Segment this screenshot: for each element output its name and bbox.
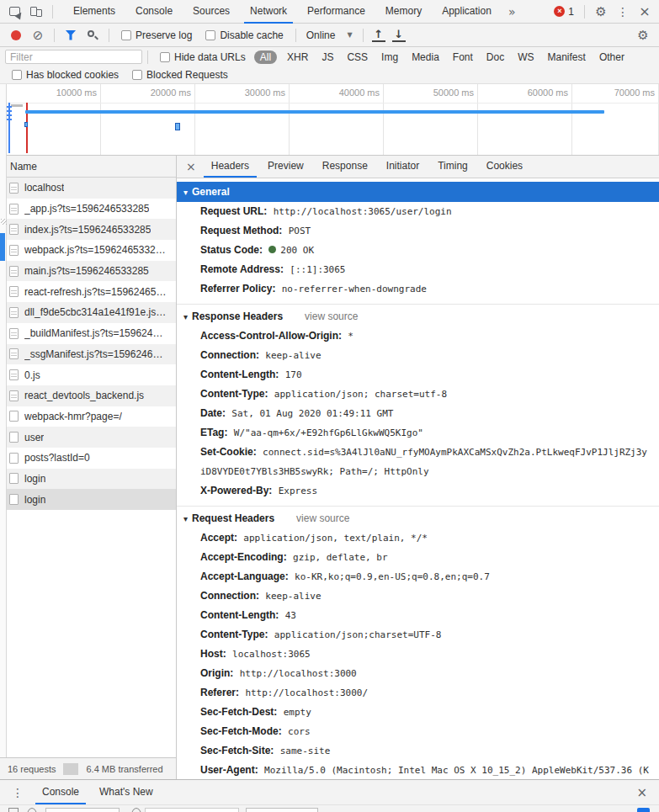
more-tabs-icon[interactable]: » — [502, 5, 523, 19]
timeline-tick-label: 50000 ms — [433, 88, 474, 98]
filter-pill-ws[interactable]: WS — [512, 50, 539, 64]
has-blocked-cookies-checkbox[interactable]: Has blocked cookies — [12, 69, 119, 81]
inspect-element-icon[interactable] — [3, 1, 25, 23]
tab-application[interactable]: Application — [436, 0, 497, 24]
hide-data-urls-checkbox[interactable]: Hide data URLs — [160, 51, 246, 63]
more-options-icon[interactable]: ⋮ — [612, 1, 634, 23]
tab-response[interactable]: Response — [315, 156, 375, 178]
section-header-request-headers[interactable]: ▾Request Headersview source — [177, 508, 659, 528]
tab-headers[interactable]: Headers — [204, 156, 257, 178]
tab-elements[interactable]: Elements — [67, 0, 121, 24]
table-row[interactable]: posts?lastId=0 — [0, 448, 176, 469]
disable-cache-checkbox[interactable]: Disable cache — [205, 29, 283, 41]
network-settings-gear-icon[interactable]: ⚙ — [632, 24, 654, 46]
filter-pill-all[interactable]: All — [254, 50, 277, 64]
filter-pill-css[interactable]: CSS — [341, 50, 374, 64]
tab-timing[interactable]: Timing — [430, 156, 476, 178]
table-row[interactable]: localhost — [0, 178, 176, 199]
log-level-select-partial[interactable] — [246, 808, 318, 812]
header-value: keep-alive — [265, 350, 321, 361]
eye-icon-partial[interactable] — [131, 808, 141, 812]
file-icon — [9, 307, 19, 318]
drawer-tab-what-s-new[interactable]: What's New — [93, 780, 160, 804]
tab-network[interactable]: Network — [244, 0, 293, 24]
table-row[interactable]: _ssgManifest.js?ts=1596246… — [0, 344, 176, 365]
request-name: index.js?ts=1596246533285 — [24, 224, 151, 236]
file-icon — [9, 204, 19, 215]
table-row[interactable]: main.js?ts=1596246533285 — [0, 261, 176, 282]
hide-data-urls-label: Hide data URLs — [174, 51, 246, 63]
header-line: ETag: W/"aa-qm+6x/+E92hfGp6LlGkwWQ5KIgo" — [177, 423, 659, 443]
close-devtools-icon[interactable]: × — [634, 1, 656, 23]
preserve-log-checkbox[interactable]: Preserve log — [121, 29, 192, 41]
preserve-log-label: Preserve log — [136, 29, 192, 41]
device-toolbar-icon[interactable] — [25, 1, 47, 23]
drawer-tab-console[interactable]: Console — [35, 780, 86, 804]
table-row[interactable]: react_devtools_backend.js — [0, 385, 176, 406]
close-drawer-icon[interactable]: × — [628, 780, 656, 804]
resize-handle-icon[interactable] — [1, 219, 7, 225]
filter-pill-js[interactable]: JS — [316, 50, 339, 64]
error-badge-icon: × — [554, 6, 565, 17]
tab-console[interactable]: Console — [130, 0, 178, 24]
overview-request-mark — [6, 114, 12, 116]
filter-input[interactable] — [5, 50, 142, 64]
table-row[interactable]: webpack.js?ts=15962465332… — [0, 240, 176, 261]
request-name: react_devtools_backend.js — [24, 390, 144, 401]
table-row[interactable]: react-refresh.js?ts=15962465… — [0, 281, 176, 302]
filter-pill-manifest[interactable]: Manifest — [542, 50, 592, 64]
settings-gear-icon[interactable]: ⚙ — [590, 1, 612, 23]
throttling-select[interactable]: Online ▼ — [301, 29, 358, 41]
filter-pill-font[interactable]: Font — [447, 50, 479, 64]
tab-memory[interactable]: Memory — [380, 0, 428, 24]
table-row[interactable]: _app.js?ts=1596246533285 — [0, 199, 176, 220]
header-key: Origin: — [200, 667, 233, 679]
view-source-link[interactable]: view source — [296, 512, 349, 524]
filter-pill-media[interactable]: Media — [406, 50, 445, 64]
table-row[interactable]: 0.js — [0, 364, 176, 385]
network-overview-timeline[interactable]: 10000 ms20000 ms30000 ms40000 ms50000 ms… — [0, 84, 659, 156]
blocked-requests-checkbox[interactable]: Blocked Requests — [132, 69, 228, 81]
console-filter-input-partial[interactable] — [145, 808, 239, 812]
table-row[interactable]: user — [0, 427, 176, 448]
section-header-response-headers[interactable]: ▾Response Headersview source — [177, 306, 659, 326]
close-details-icon[interactable]: × — [180, 156, 202, 178]
filter-funnel-icon[interactable] — [60, 24, 82, 46]
tab-sources[interactable]: Sources — [187, 0, 236, 24]
table-row[interactable]: _buildManifest.js?ts=159624… — [0, 323, 176, 344]
table-row[interactable]: webpack-hmr?page=/ — [0, 406, 176, 427]
header-line: Sec-Fetch-Dest: empty — [177, 703, 659, 722]
table-row[interactable]: login — [0, 489, 176, 510]
view-source-link[interactable]: view source — [305, 310, 358, 322]
request-name: _app.js?ts=1596246533285 — [24, 203, 149, 215]
console-icon-partial[interactable] — [8, 808, 19, 812]
filter-pill-other[interactable]: Other — [593, 50, 630, 64]
record-network-log-icon[interactable] — [5, 24, 27, 46]
scroll-indicator[interactable] — [0, 233, 5, 261]
search-icon[interactable] — [82, 24, 104, 46]
request-icon — [9, 432, 19, 443]
import-har-icon[interactable]: ↑ — [372, 29, 385, 42]
tab-preview[interactable]: Preview — [260, 156, 311, 178]
table-row[interactable]: dll_f9de5cbc314a1e41f91e.js… — [0, 302, 176, 323]
clear-network-log-icon[interactable]: ⊘ — [27, 24, 49, 46]
drawer-menu-icon[interactable]: ⋮ — [3, 780, 32, 804]
section-header-general[interactable]: ▾General — [177, 182, 659, 202]
clear-console-icon-partial[interactable] — [27, 808, 37, 812]
tab-performance[interactable]: Performance — [301, 0, 371, 24]
console-settings-icon-partial[interactable] — [637, 808, 650, 812]
export-har-icon[interactable]: ↓ — [392, 29, 406, 42]
table-row[interactable]: login — [0, 469, 176, 490]
context-select-partial[interactable] — [45, 808, 120, 812]
error-badge[interactable]: × 1 — [549, 6, 579, 18]
overview-request-mark — [6, 119, 12, 120]
table-row[interactable]: index.js?ts=1596246533285 — [0, 219, 176, 240]
filter-pill-doc[interactable]: Doc — [481, 50, 510, 64]
header-value: empty — [284, 707, 311, 718]
name-column-header[interactable]: Name — [0, 156, 176, 178]
filter-pill-xhr[interactable]: XHR — [281, 50, 314, 64]
tab-cookies[interactable]: Cookies — [479, 156, 530, 178]
tab-initiator[interactable]: Initiator — [379, 156, 427, 178]
header-line: X-Powered-By: Express — [177, 481, 659, 501]
filter-pill-img[interactable]: Img — [375, 50, 404, 64]
